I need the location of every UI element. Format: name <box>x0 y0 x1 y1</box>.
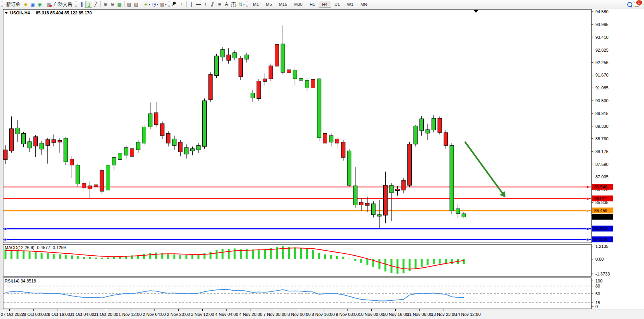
timeframe-button-h4[interactable]: H4 <box>319 1 331 8</box>
candle-body <box>347 151 351 185</box>
price-tick-label: 93.410 <box>595 35 609 40</box>
price-tick-label: 87.590 <box>595 162 609 167</box>
new-order-button[interactable]: 新订单 <box>4 0 22 8</box>
candle-body <box>396 189 400 191</box>
line-handle[interactable] <box>586 238 589 241</box>
time-tick-label: 28 Oct 16:00 <box>46 312 70 317</box>
tile-windows-icon[interactable]: ▦ <box>116 1 123 8</box>
crosshair-icon[interactable]: + <box>178 1 185 8</box>
templates-icon[interactable]: ▩ <box>159 1 166 8</box>
candle-body <box>414 126 418 144</box>
text-icon[interactable]: A <box>223 1 230 8</box>
time-tick-label: 10 Nov 16:00 <box>383 312 408 317</box>
toolbar: 新订单◆▣◉▦自动交易∥▯╱⊕⊖▦▧▨+▾◷▾▩▾+|—/∥≡AT⇅▾M1M5M… <box>0 0 644 9</box>
toolbar-separator <box>186 1 187 7</box>
price-badge-label: 86.011 <box>594 196 607 201</box>
text-label-shape: T <box>231 2 236 7</box>
price-tick-label: 88.760 <box>595 136 609 141</box>
chat-bubble-shape: 1 <box>634 2 640 7</box>
trendline-icon[interactable]: / <box>202 1 209 8</box>
time-tick-label: 8 Nov 16:00 <box>312 312 335 317</box>
candlestick-chart-icon[interactable]: ▯ <box>85 1 92 8</box>
price-tick-label: 91.085 <box>595 85 609 90</box>
vertical-line-icon[interactable]: | <box>188 1 195 8</box>
candle-body <box>257 81 261 99</box>
timeframe-button-m1[interactable]: M1 <box>249 1 262 8</box>
candle-body <box>22 133 26 144</box>
candle-body <box>106 165 110 190</box>
candle-body <box>251 93 255 98</box>
macd-axis-label: 0.00 <box>595 257 604 261</box>
line-handle[interactable] <box>586 228 589 230</box>
price-badge-label: 85.459 <box>594 208 607 213</box>
indicators-icon[interactable]: + <box>142 1 149 8</box>
time-tick-label: 1 Nov 12:00 <box>119 312 142 317</box>
candle-body <box>353 186 357 205</box>
candle-body <box>172 139 176 145</box>
profiles-icon[interactable]: ▧ <box>126 1 133 8</box>
candle-body <box>227 55 231 60</box>
shift-chart-icon[interactable]: ▨ <box>133 1 140 8</box>
notepad-icon[interactable]: ◆ <box>22 1 29 8</box>
terminal-icon[interactable]: ▣ <box>29 1 36 8</box>
line-handle[interactable] <box>586 186 589 188</box>
timeframe-button-h1[interactable]: H1 <box>306 1 318 8</box>
time-tick-label: 11 Nov 08:00 <box>407 312 432 317</box>
candle-body <box>160 124 164 136</box>
chart-title: USOil-,H485.318 85.404 85.122 85.170 <box>5 10 92 15</box>
toolbar-separator <box>124 1 125 7</box>
candle-body <box>239 58 243 77</box>
timeframe-button-d1[interactable]: D1 <box>331 1 344 8</box>
timeframe-button-m5[interactable]: M5 <box>262 1 275 8</box>
signal-icon[interactable]: ◉ <box>36 1 43 8</box>
candle-body <box>16 128 19 134</box>
candle-body <box>426 130 430 133</box>
candle-body <box>130 149 134 157</box>
auto-trading-button[interactable]: ▦自动交易 <box>43 0 74 8</box>
time-tick-label: 4 Nov 04:00 <box>215 312 238 317</box>
toolbar-separator <box>100 1 101 7</box>
line-handle[interactable] <box>586 209 589 212</box>
candle-body <box>311 79 315 88</box>
periods-icon[interactable]: ◷ <box>151 1 158 8</box>
candle-body <box>287 70 291 73</box>
rsi-axis-label: 100 <box>595 279 602 283</box>
time-tick-label: 8 Nov 00:00 <box>288 312 311 317</box>
fibonacci-icon[interactable]: ≡ <box>216 1 223 8</box>
bar-chart-icon[interactable]: ∥ <box>78 1 85 8</box>
price-tick-label: 89.915 <box>595 111 609 116</box>
candle-body <box>82 183 86 188</box>
candle-body <box>88 186 92 189</box>
candle-body <box>34 137 38 146</box>
candle-body <box>269 66 273 79</box>
line-handle[interactable] <box>4 228 7 230</box>
candle-body <box>184 148 188 154</box>
timeframe-button-mn[interactable]: MN <box>357 1 370 8</box>
line-handle[interactable] <box>4 238 7 241</box>
chart-window[interactable]: 94.58093.99593.41092.82592.25591.67091.0… <box>0 9 644 319</box>
candle-body <box>136 142 140 150</box>
candle-body <box>305 80 309 88</box>
macd-indicator-label: MACD(12,26,9) -0.4577 -0.1299 <box>5 245 66 250</box>
line-chart-icon[interactable]: ╱ <box>92 1 99 8</box>
timeframe-button-m15[interactable]: M15 <box>275 1 291 8</box>
line-handle[interactable] <box>586 197 589 200</box>
chat-icon[interactable]: 1 <box>633 1 640 8</box>
candle-body <box>70 159 74 165</box>
candle-body <box>64 138 68 162</box>
horizontal-line-icon[interactable]: — <box>195 1 202 8</box>
timeframe-button-m30[interactable]: M30 <box>291 1 306 8</box>
zoom-in-icon[interactable]: ⊕ <box>102 1 109 8</box>
arrows-icon[interactable]: ⇅ <box>237 1 244 8</box>
timeframe-button-w1[interactable]: W1 <box>344 1 357 8</box>
text-label-icon[interactable]: T <box>230 1 237 8</box>
price-tick-label: 90.500 <box>595 98 609 103</box>
time-tick-label: 14 Nov 12:00 <box>455 312 481 317</box>
cursor-icon[interactable] <box>171 1 178 8</box>
price-chart[interactable]: 94.58093.99593.41092.82592.25591.67091.0… <box>0 9 644 319</box>
zoom-out-icon[interactable]: ⊖ <box>109 1 116 8</box>
candle-body <box>438 119 442 133</box>
candle-body <box>377 214 381 216</box>
search-icon[interactable] <box>626 1 633 8</box>
candle-body <box>154 113 158 125</box>
